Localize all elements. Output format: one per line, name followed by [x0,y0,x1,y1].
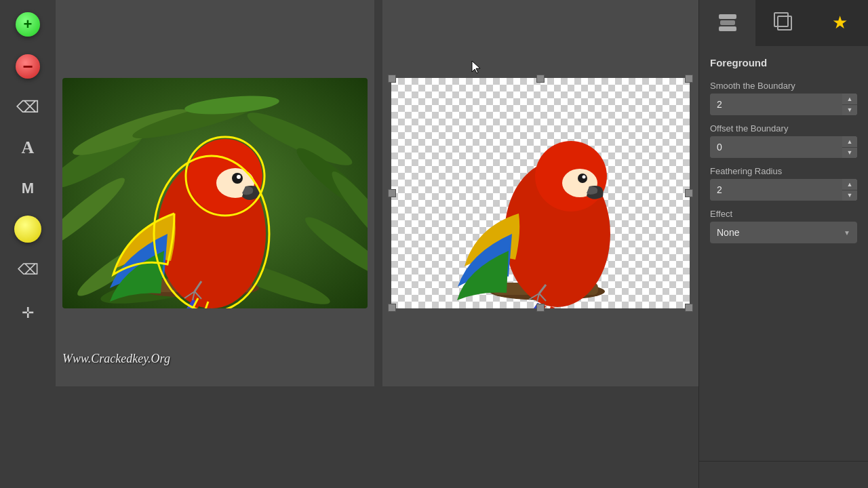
smooth-spinner[interactable]: 2 ▲ ▼ [710,94,857,115]
offset-up-arrow[interactable]: ▲ [842,136,857,148]
layers-icon [719,14,736,31]
tab-layers[interactable] [699,0,755,46]
handle-top-center[interactable] [536,75,545,83]
offset-label: Offset the Boundary [710,123,857,134]
text-m-tool-button[interactable]: M [9,169,47,207]
handle-mid-right[interactable] [685,189,693,197]
handle-top-right[interactable] [685,75,693,83]
offset-value[interactable]: 0 [710,136,842,158]
offset-down-arrow[interactable]: ▼ [842,148,857,159]
brush-eraser-tool-button[interactable]: ⌫ [9,251,47,289]
section-title: Foreground [710,57,857,68]
cursor [471,60,483,77]
right-panel[interactable] [382,0,698,386]
smooth-up-arrow[interactable]: ▲ [842,94,857,105]
svg-point-25 [186,137,264,216]
remove-icon[interactable] [16,54,40,79]
watermark: Www.Crackedkey.Org [62,352,170,366]
star-icon: ★ [832,12,848,33]
stack-icon [774,12,794,33]
svg-point-24 [154,156,269,308]
smooth-arrows[interactable]: ▲ ▼ [842,94,857,115]
parrot-right-svg [391,78,690,308]
effect-dropdown[interactable]: None ▼ [710,222,857,243]
parrot-outline-svg [62,78,368,308]
eraser-icon: ⌫ [16,98,39,117]
tab-bar: ★ [699,0,868,46]
main-area: Www.Crackedkey.Org [56,0,698,488]
canvas-area: Www.Crackedkey.Org [56,0,698,386]
effect-label: Effect [710,209,857,219]
toolbar: ⌫ A M ⌫ ✛ [0,0,56,488]
handle-bottom-center[interactable] [536,304,545,312]
feather-up-arrow[interactable]: ▲ [842,179,857,190]
color-picker-button[interactable] [9,210,47,248]
settings-content: Foreground Smooth the Boundary 2 ▲ ▼ Off… [699,46,868,253]
tab-stack[interactable] [755,0,812,46]
settings-panel: ★ Foreground Smooth the Boundary 2 ▲ ▼ O… [698,0,868,488]
smooth-value[interactable]: 2 [710,94,842,115]
svg-marker-26 [472,61,480,73]
handle-top-left[interactable] [388,75,396,83]
move-icon: ✛ [22,304,34,322]
settings-spacer [699,253,868,461]
left-panel[interactable]: Www.Crackedkey.Org [56,0,374,386]
settings-bottom-area [699,461,868,488]
effect-value: None [717,227,844,238]
feather-label: Feathering Radius [710,166,857,176]
handle-bottom-right[interactable] [685,304,693,312]
tab-favorites[interactable]: ★ [812,0,868,46]
panel-divider [374,0,382,386]
brush-eraser-icon: ⌫ [18,261,39,279]
bottom-area [56,386,698,488]
handle-bottom-left[interactable] [388,304,396,312]
text-a-icon: A [22,138,35,158]
feather-spinner[interactable]: 2 ▲ ▼ [710,179,857,201]
move-tool-button[interactable]: ✛ [9,294,47,332]
offset-arrows[interactable]: ▲ ▼ [842,136,857,158]
offset-spinner[interactable]: 0 ▲ ▼ [710,136,857,158]
feather-arrows[interactable]: ▲ ▼ [842,179,857,201]
text-m-icon: M [22,180,34,197]
handle-mid-left[interactable] [388,189,396,197]
svg-point-32 [578,174,587,183]
smooth-label: Smooth the Boundary [710,81,857,91]
eraser-tool-button[interactable]: ⌫ [9,88,47,126]
feather-value[interactable]: 2 [710,179,842,201]
color-circle-icon[interactable] [14,216,41,243]
add-tool-button[interactable] [9,5,47,43]
text-a-tool-button[interactable]: A [9,129,47,167]
svg-point-33 [583,176,586,179]
feather-down-arrow[interactable]: ▼ [842,190,857,201]
remove-tool-button[interactable] [9,47,47,85]
add-icon[interactable] [16,12,40,37]
smooth-down-arrow[interactable]: ▼ [842,105,857,116]
dropdown-arrow-icon: ▼ [844,229,850,237]
